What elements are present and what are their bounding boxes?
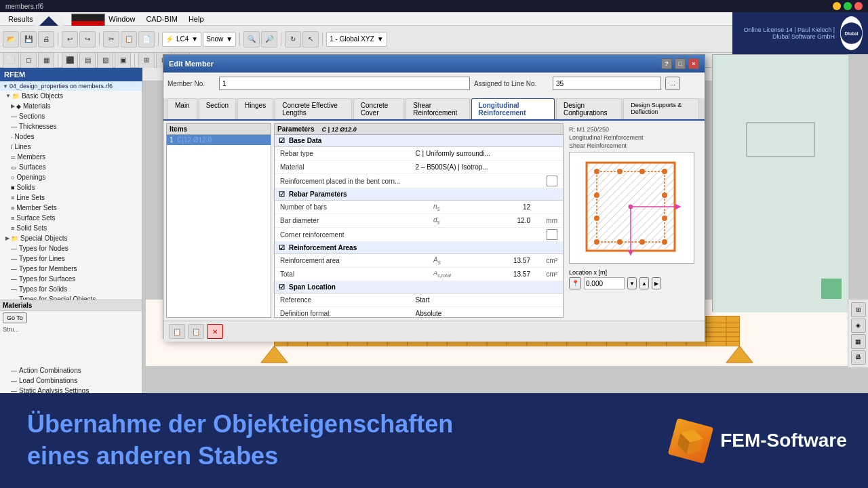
sidebar-nodes[interactable]: · Nodes	[0, 131, 142, 142]
sidebar-types-lines[interactable]: — Types for Lines	[0, 253, 142, 264]
assigned-input[interactable]	[553, 77, 661, 90]
sidebar-openings[interactable]: ○ Openings	[0, 172, 142, 182]
tab-longitudinal-reinforcement[interactable]: Longitudinal Reinforcement	[471, 98, 555, 119]
info-line-2: Longitudinal Reinforcement	[569, 134, 699, 141]
sidebar-surfaces[interactable]: ▭ Surfaces	[0, 162, 142, 172]
tb-btn-6[interactable]: 📄	[138, 31, 155, 47]
section-reinforcement-areas[interactable]: ☑Reinforcement Areas	[275, 242, 563, 254]
snow-dropdown[interactable]: Snow ▼	[203, 32, 236, 47]
sidebar-line-sets[interactable]: ≡ Line Sets	[0, 192, 142, 203]
sidebar-basic-objects[interactable]: ▼ 📁 Basic Objects	[0, 91, 142, 101]
sidebar-types-nodes[interactable]: — Types for Nodes	[0, 243, 142, 253]
dialog-close-btn[interactable]: ×	[688, 58, 699, 69]
location-value-input[interactable]	[584, 277, 625, 289]
minimize-button[interactable]	[833, 2, 841, 10]
dialog-restore-btn[interactable]: □	[675, 58, 686, 69]
sidebar-member-sets[interactable]: ≡ Member Sets	[0, 203, 142, 213]
footer-delete-btn[interactable]: ✕	[207, 324, 223, 339]
rfem-title: RFEM	[0, 68, 142, 81]
items-list: Items 1 C|12 Ø12.0	[166, 123, 271, 318]
tab-concrete-lengths[interactable]: Concrete Effective Lengths	[275, 98, 352, 119]
coord-dropdown[interactable]: 1 - Global XYZ ▼	[326, 32, 387, 47]
goto-button[interactable]: Go To	[3, 312, 27, 323]
location-picker-btn[interactable]: 📍	[569, 277, 581, 289]
tab-hinges[interactable]: Hinges	[237, 98, 273, 119]
dialog-help-btn[interactable]: ?	[661, 58, 672, 69]
svg-point-11	[617, 169, 623, 174]
footer-copy-btn[interactable]: 📋	[169, 324, 185, 339]
menu-cadbim[interactable]: CAD-BIM	[140, 14, 182, 24]
sidebar-types-solids[interactable]: — Types for Solids	[0, 284, 142, 294]
tb2-btn-8[interactable]: ⊞	[138, 52, 155, 68]
tb-zoom-out[interactable]: 🔎	[261, 31, 277, 47]
mini-btn-3[interactable]: ▦	[851, 334, 866, 349]
tb-btn-redo[interactable]: ↪	[79, 31, 96, 47]
tab-shear-reinforcement[interactable]: Shear Reinforcement	[406, 98, 469, 119]
sidebar-solids[interactable]: ■ Solids	[0, 182, 142, 192]
tab-main[interactable]: Main	[167, 98, 197, 119]
tb-btn-undo[interactable]: ↩	[62, 31, 78, 47]
sidebar-sections[interactable]: — Sections	[0, 111, 142, 121]
assigned-picker-btn[interactable]: ...	[665, 77, 680, 90]
sidebar-static-analysis[interactable]: — Static Analysis Settings	[0, 386, 142, 393]
tb2-btn-1[interactable]: ⬜	[3, 52, 19, 68]
sidebar-thicknesses[interactable]: — Thicknesses	[0, 121, 142, 131]
location-play-btn[interactable]: ▶	[652, 277, 661, 289]
tb2-btn-2[interactable]: ◻	[20, 52, 37, 68]
param-material: Material 2 – B500S(A) | Isotrop...	[275, 161, 563, 174]
sidebar-solid-sets[interactable]: ≡ Solid Sets	[0, 223, 142, 233]
tab-design-supports[interactable]: Design Supports & Deflection	[623, 98, 699, 119]
menu-results[interactable]: Results	[3, 14, 39, 24]
sidebar-types-surfaces[interactable]: — Types for Surfaces	[0, 274, 142, 284]
section-span-location[interactable]: ☑Span Location	[275, 281, 563, 293]
section-rebar-params[interactable]: ☑Rebar Parameters	[275, 188, 563, 201]
mini-btn-4[interactable]: 🖶	[851, 350, 866, 365]
svg-point-16	[594, 216, 599, 221]
lc-dropdown[interactable]: ⚡ LC4 ▼	[162, 32, 201, 47]
location-increment-btn[interactable]: ▲	[639, 277, 649, 289]
tb-zoom-in[interactable]: 🔍	[243, 31, 260, 47]
action-combos-label: Action Combinations	[19, 367, 81, 374]
tb2-btn-3[interactable]: ▦	[38, 52, 54, 68]
member-no-input[interactable]	[219, 77, 470, 90]
tb2-btn-4[interactable]: ⬛	[62, 52, 78, 68]
tb-btn-3[interactable]: 🖨	[38, 31, 54, 47]
mini-btn-2[interactable]: ◈	[851, 319, 866, 333]
tb-btn-2[interactable]: 💾	[20, 31, 37, 47]
tab-design-configurations[interactable]: Design Configurations	[556, 98, 622, 119]
item-row-1[interactable]: 1 C|12 Ø12.0	[167, 135, 271, 145]
svg-point-9	[594, 239, 599, 245]
tb2-btn-6[interactable]: ▧	[97, 52, 113, 68]
tb-btn-4[interactable]: ✂	[103, 31, 119, 47]
params-header: Parameters C | 12 Ø12.0	[275, 124, 563, 135]
footer-paste-btn[interactable]: 📋	[188, 324, 204, 339]
menu-help[interactable]: Help	[183, 14, 210, 24]
tab-section[interactable]: Section	[199, 98, 236, 119]
openings-label: Openings	[16, 174, 45, 181]
tab-concrete-cover[interactable]: Concrete Cover	[353, 98, 405, 119]
tb-select[interactable]: ↖	[302, 31, 319, 47]
close-button[interactable]	[854, 2, 863, 10]
tb2-btn-5[interactable]: ▤	[79, 52, 96, 68]
tb-btn-1[interactable]: 📂	[3, 31, 19, 47]
sidebar-action-combos[interactable]: — Action Combinations	[0, 365, 142, 375]
sidebar-members[interactable]: ═ Members	[0, 152, 142, 162]
maximize-button[interactable]	[844, 2, 852, 10]
tb2-btn-7[interactable]: ▣	[115, 52, 131, 68]
tb-btn-5[interactable]: 📋	[121, 31, 137, 47]
sidebar-types-members[interactable]: — Types for Members	[0, 264, 142, 274]
svg-marker-58	[821, 279, 842, 299]
mini-btn-1[interactable]: ⊞	[851, 302, 866, 317]
sidebar-materials[interactable]: ▶ ◆ Materials	[0, 101, 142, 111]
sidebar-load-combinations[interactable]: — Load Combinations	[0, 375, 142, 386]
section-base-data[interactable]: ☑Base Data	[275, 135, 563, 147]
sidebar-special-objects[interactable]: ▶ 📁 Special Objects	[0, 233, 142, 243]
location-decrement-btn[interactable]: ▼	[627, 277, 637, 289]
sidebar-surface-sets[interactable]: ≡ Surface Sets	[0, 213, 142, 223]
tb-rotate[interactable]: ↻	[285, 31, 301, 47]
menu-window[interactable]: Window	[103, 14, 140, 24]
sidebar-file-item[interactable]: ▼ 04_design_properties on members.rf6	[0, 81, 142, 91]
sidebar-lines[interactable]: / Lines	[0, 142, 142, 152]
banner-text: Übernahme der Objekteigenschaften eines …	[0, 395, 651, 486]
location-row: Location x [m]	[569, 269, 699, 276]
